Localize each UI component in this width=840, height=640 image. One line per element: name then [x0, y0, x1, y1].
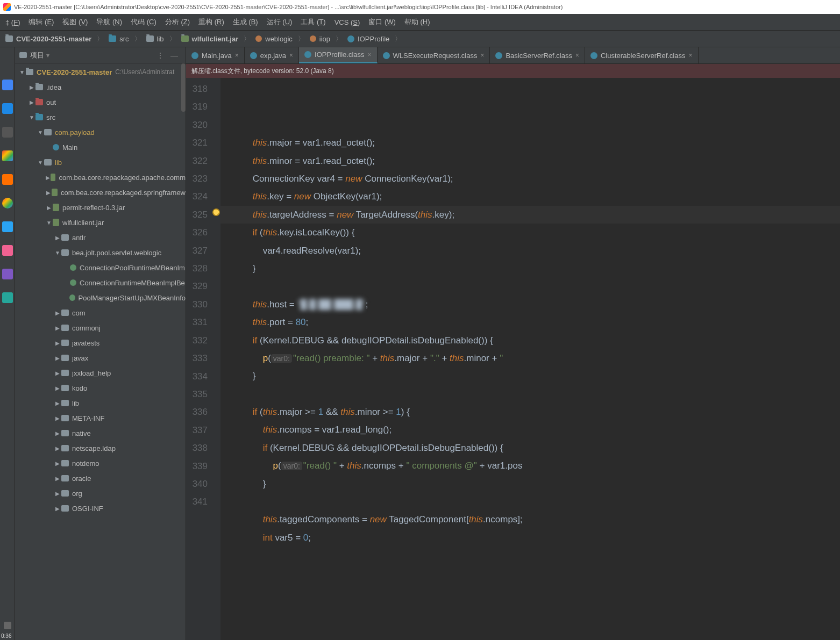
- menu-item[interactable]: 重构 (R): [198, 17, 224, 27]
- chevron-right-icon[interactable]: ▶: [54, 235, 61, 241]
- chevron-right-icon[interactable]: ▶: [54, 310, 61, 316]
- tree-row[interactable]: ▶com: [15, 305, 186, 320]
- menu-item[interactable]: 工具 (T): [301, 17, 325, 27]
- tree-row[interactable]: ▶kodo: [15, 380, 186, 395]
- sidebar-title[interactable]: 项目: [30, 51, 44, 60]
- menu-item[interactable]: 生成 (B): [233, 17, 258, 27]
- tree-row[interactable]: ▶oracle: [15, 471, 186, 486]
- app-icon[interactable]: [2, 245, 13, 256]
- chevron-right-icon[interactable]: ▶: [28, 84, 35, 90]
- intention-bulb-icon[interactable]: [212, 208, 220, 216]
- menu-item[interactable]: 运行 (U): [267, 17, 293, 27]
- close-icon[interactable]: ×: [575, 52, 579, 59]
- chevron-down-icon[interactable]: ▼: [28, 114, 35, 120]
- breadcrumb-part[interactable]: iiop: [319, 35, 330, 43]
- editor-tab[interactable]: WLSExecuteRequest.class×: [378, 47, 490, 63]
- tree-row[interactable]: ▶javax: [15, 350, 186, 365]
- code-line[interactable]: this.minor = var1.read_octet();: [232, 152, 840, 170]
- chevron-right-icon[interactable]: ▶: [54, 491, 61, 497]
- editor-tab[interactable]: BasicServerRef.class×: [490, 47, 585, 63]
- code-line[interactable]: }: [232, 475, 840, 493]
- editor-tab[interactable]: exp.java×: [245, 47, 299, 63]
- chevron-right-icon[interactable]: ▶: [54, 430, 61, 436]
- menu-item[interactable]: 编辑 (E): [29, 17, 54, 27]
- tree-row[interactable]: ▼lib: [15, 155, 186, 170]
- code-line[interactable]: }: [232, 367, 840, 385]
- breadcrumb-part[interactable]: weblogic: [265, 35, 293, 43]
- code-line[interactable]: this.host = "█.█ ██ ███.█";: [232, 296, 840, 313]
- code-line[interactable]: }: [232, 260, 840, 277]
- tree-row[interactable]: ▶antlr: [15, 230, 186, 245]
- code-editor[interactable]: 3183193203213223233243253263273283293303…: [186, 78, 840, 640]
- editor-tab[interactable]: ClusterableServerRef.class×: [585, 47, 699, 63]
- menu-item[interactable]: 窗口 (W): [368, 17, 396, 27]
- chrome-icon[interactable]: [2, 198, 13, 208]
- project-tree[interactable]: ▼ CVE-2020-2551-master C:\Users\Administ…: [15, 63, 186, 640]
- code-content[interactable]: this.major = var1.read_octet(); this.min…: [220, 78, 840, 640]
- code-line[interactable]: if (Kernel.DEBUG && debugIIOPDetail.isDe…: [232, 332, 840, 349]
- tree-row[interactable]: ▼src: [15, 110, 186, 125]
- code-line[interactable]: if (this.key.isLocalKey()) {: [232, 224, 840, 241]
- close-icon[interactable]: ×: [688, 52, 692, 59]
- menu-item[interactable]: 帮助 (H): [404, 17, 430, 27]
- chevron-right-icon[interactable]: ▶: [45, 175, 51, 181]
- edge-icon[interactable]: [2, 103, 13, 114]
- chevron-down-icon[interactable]: ▼: [37, 130, 44, 135]
- tree-row[interactable]: ▶commonj: [15, 320, 186, 335]
- chrome-icon[interactable]: [2, 150, 13, 161]
- tree-row[interactable]: ▶netscape.ldap: [15, 441, 186, 456]
- code-line[interactable]: this.targetAddress = new TargetAddress(t…: [232, 206, 840, 224]
- tree-row[interactable]: ▶com.bea.core.repackaged.apache.comm: [15, 170, 186, 185]
- code-line[interactable]: p(var0:"read() preamble: " + this.major …: [232, 349, 840, 367]
- tree-row[interactable]: ▶out: [15, 95, 186, 110]
- chevron-down-icon[interactable]: ▼: [18, 69, 26, 75]
- terminal-icon[interactable]: [2, 127, 13, 138]
- breadcrumb-part[interactable]: lib: [157, 35, 164, 43]
- menu-item[interactable]: ‡ (F): [5, 18, 20, 26]
- app-icon[interactable]: [2, 292, 13, 303]
- code-line[interactable]: [232, 277, 840, 295]
- sidebar-menu-icon[interactable]: ⋮: [153, 51, 167, 60]
- code-line[interactable]: this.taggedComponents = new TaggedCompon…: [232, 510, 840, 528]
- tree-row[interactable]: Main: [15, 140, 186, 155]
- close-icon[interactable]: ×: [368, 51, 372, 59]
- chevron-right-icon[interactable]: ▶: [54, 415, 61, 421]
- chevron-right-icon[interactable]: ▶: [45, 205, 53, 211]
- tree-row[interactable]: ▶META-INF: [15, 411, 186, 426]
- app-icon[interactable]: [2, 221, 13, 232]
- code-line[interactable]: int var5 = 0;: [232, 529, 840, 546]
- tree-row[interactable]: ConnectionPoolRuntimeMBeanIm: [15, 260, 186, 275]
- tree-row[interactable]: ▼com.payload: [15, 125, 186, 140]
- tree-row[interactable]: ▶com.bea.core.repackaged.springframew: [15, 185, 186, 200]
- chevron-down-icon[interactable]: ▾: [46, 52, 49, 59]
- chevron-right-icon[interactable]: ▶: [54, 445, 61, 451]
- chevron-right-icon[interactable]: ▶: [28, 99, 35, 105]
- code-line[interactable]: ConnectionKey var4 = new ConnectionKey(v…: [232, 170, 840, 188]
- tree-row[interactable]: ▶native: [15, 426, 186, 441]
- code-line[interactable]: if (Kernel.DEBUG && debugIIOPDetail.isDe…: [232, 439, 840, 457]
- menu-item[interactable]: 导航 (N): [96, 17, 122, 27]
- editor-tab[interactable]: Main.java×: [186, 47, 245, 63]
- menu-item[interactable]: VCS (S): [334, 18, 360, 26]
- tree-row[interactable]: ▶.idea: [15, 80, 186, 95]
- tree-row[interactable]: ▶OSGI-INF: [15, 501, 186, 516]
- tree-row[interactable]: ▶notdemo: [15, 456, 186, 471]
- firefox-icon[interactable]: [2, 174, 13, 185]
- chevron-right-icon[interactable]: ▶: [54, 325, 61, 331]
- code-line[interactable]: [232, 493, 840, 510]
- close-icon[interactable]: ×: [289, 52, 293, 59]
- code-line[interactable]: [232, 546, 840, 564]
- chevron-right-icon[interactable]: ▶: [54, 506, 61, 512]
- code-line[interactable]: this.port = 80;: [232, 313, 840, 331]
- tree-row[interactable]: ▶javatests: [15, 335, 186, 350]
- close-icon[interactable]: ×: [235, 52, 239, 59]
- tree-row[interactable]: PoolManagerStartUpJMXBeanInfo: [15, 290, 186, 305]
- breadcrumb-part[interactable]: IOPProfile: [358, 35, 389, 43]
- chevron-right-icon[interactable]: ▶: [54, 370, 61, 376]
- scrollbar-thumb[interactable]: [181, 63, 186, 112]
- chevron-right-icon[interactable]: ▶: [54, 461, 61, 466]
- breadcrumb-part[interactable]: CVE-2020-2551-master: [16, 35, 91, 43]
- menu-item[interactable]: 视图 (V): [62, 17, 88, 27]
- chevron-right-icon[interactable]: ▶: [54, 355, 61, 361]
- chevron-down-icon[interactable]: ▼: [45, 220, 53, 226]
